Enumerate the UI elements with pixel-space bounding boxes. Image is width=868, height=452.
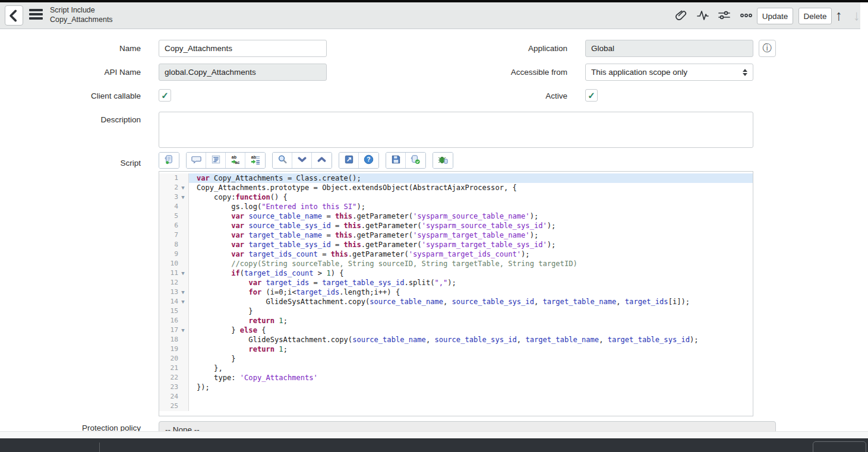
replace-button[interactable]: abac bbox=[226, 153, 245, 168]
code-line[interactable]: 19 return 1; bbox=[159, 344, 753, 354]
toggle-comment-icon bbox=[191, 154, 202, 167]
svg-text:?: ? bbox=[367, 156, 370, 163]
personalize-form-icon[interactable] bbox=[717, 8, 732, 24]
code-line[interactable]: 10 //copy(String sourceTable, String sou… bbox=[159, 259, 753, 268]
code-line[interactable]: 3▼ copy:function() { bbox=[159, 192, 753, 202]
application-label: Application bbox=[440, 44, 567, 53]
code-line[interactable]: 14▼ GlideSysAttachment.copy(source_table… bbox=[159, 297, 753, 306]
form-title: Script Include Copy_Attachments bbox=[50, 6, 113, 24]
code-line[interactable]: 7 var target_table_name = this.getParame… bbox=[159, 230, 753, 240]
toolbar-group bbox=[159, 152, 179, 169]
code-line[interactable]: 21 }, bbox=[159, 364, 753, 373]
update-button[interactable]: Update bbox=[757, 8, 793, 24]
validate-syntax-icon bbox=[410, 154, 421, 167]
code-text: //copy(String sourceTable, String source… bbox=[189, 259, 753, 268]
api-name-label: API Name bbox=[12, 68, 141, 77]
code-text: } bbox=[189, 306, 753, 316]
toggle-comment-button[interactable] bbox=[187, 153, 206, 168]
attachment-icon[interactable] bbox=[674, 8, 689, 24]
fold-spacer bbox=[178, 211, 188, 221]
code-text: var source_table_name = this.getParamete… bbox=[189, 211, 753, 221]
code-line[interactable]: 11▼ if(target_ids_count > 1) { bbox=[159, 268, 753, 278]
find-next-icon bbox=[296, 154, 308, 167]
find-previous-button[interactable] bbox=[312, 153, 332, 168]
fold-arrow-icon[interactable]: ▼ bbox=[178, 325, 188, 335]
bottom-strip bbox=[0, 431, 868, 438]
line-number: 7 bbox=[159, 230, 178, 240]
active-checkbox[interactable]: ✓ bbox=[585, 89, 598, 102]
delete-button[interactable]: Delete bbox=[798, 8, 832, 24]
line-number: 9 bbox=[159, 249, 178, 259]
code-line[interactable]: 17▼ } else { bbox=[159, 325, 753, 335]
code-line[interactable]: 8 var target_table_sys_id = this.getPara… bbox=[159, 240, 753, 249]
accessible-from-select[interactable]: This application scope only bbox=[585, 64, 753, 81]
line-number: 17 bbox=[159, 325, 178, 335]
code-text: copy:function() { bbox=[189, 192, 753, 202]
help-button[interactable]: ? bbox=[359, 153, 378, 168]
fold-arrow-icon[interactable]: ▼ bbox=[178, 297, 188, 306]
fold-arrow-icon[interactable]: ▼ bbox=[178, 183, 188, 192]
more-options-icon[interactable] bbox=[738, 8, 754, 24]
form-context-menu-icon[interactable] bbox=[29, 9, 43, 22]
application-field: Global bbox=[585, 40, 753, 57]
save-button[interactable] bbox=[386, 153, 406, 168]
description-textarea[interactable] bbox=[159, 112, 753, 148]
toolbar-group: ? bbox=[339, 152, 379, 169]
form-header: Script Include Copy_Attachments Update D… bbox=[0, 2, 860, 29]
code-text: }, bbox=[189, 364, 753, 373]
gutter-cell: 18 bbox=[159, 335, 189, 344]
client-callable-checkbox[interactable]: ✓ bbox=[159, 89, 171, 102]
script-code-editor[interactable]: 1var Copy_Attachments = Class.create();2… bbox=[159, 171, 753, 416]
code-line[interactable]: 24 bbox=[159, 392, 753, 402]
replace-all-button[interactable]: ab bbox=[245, 153, 265, 168]
code-line[interactable]: 1var Copy_Attachments = Class.create(); bbox=[159, 173, 753, 183]
validate-syntax-button[interactable] bbox=[406, 153, 425, 168]
code-line[interactable]: 2▼Copy_Attachments.prototype = Object.ex… bbox=[159, 183, 753, 192]
gutter-cell: 16 bbox=[159, 316, 189, 325]
code-line[interactable]: 13▼ for (i=0;i<target_ids.length;i++) { bbox=[159, 287, 753, 297]
footer-corner-button[interactable] bbox=[813, 441, 866, 452]
fold-arrow-icon[interactable]: ▼ bbox=[178, 268, 188, 278]
scroll-up-arrow[interactable]: ↑ bbox=[835, 4, 842, 27]
format-code-button[interactable] bbox=[206, 153, 226, 168]
script-macros-button[interactable] bbox=[159, 153, 179, 168]
code-text: GlideSysAttachment.copy(source_table_nam… bbox=[189, 335, 753, 344]
open-in-new-window-button[interactable] bbox=[339, 153, 359, 168]
fold-arrow-icon[interactable]: ▼ bbox=[178, 287, 188, 297]
fold-spacer bbox=[178, 354, 188, 364]
code-line[interactable]: 12 var target_ids = target_table_sys_id.… bbox=[159, 278, 753, 287]
fold-spacer bbox=[178, 316, 188, 325]
code-line[interactable]: 15 } bbox=[159, 306, 753, 316]
code-line[interactable]: 20 } bbox=[159, 354, 753, 364]
code-text: var target_ids = target_table_sys_id.spl… bbox=[189, 278, 753, 287]
scroll-down-arrow[interactable]: ↓ bbox=[853, 4, 860, 27]
name-label: Name bbox=[12, 44, 141, 53]
fold-spacer bbox=[178, 344, 188, 354]
code-line[interactable]: 9 var target_ids_count = this.getParamet… bbox=[159, 249, 753, 259]
fold-spacer bbox=[178, 221, 188, 230]
code-line[interactable]: 5 var source_table_name = this.getParame… bbox=[159, 211, 753, 221]
gutter-cell: 3▼ bbox=[159, 192, 189, 202]
gutter-cell: 13▼ bbox=[159, 287, 189, 297]
code-line[interactable]: 22 type: 'Copy_Attachments' bbox=[159, 373, 753, 383]
find-next-button[interactable] bbox=[292, 153, 312, 168]
fold-arrow-icon[interactable]: ▼ bbox=[178, 192, 188, 202]
debug-button[interactable] bbox=[433, 153, 453, 168]
code-text: gs.log("Entered into this SI"); bbox=[189, 202, 753, 211]
svg-text:ac: ac bbox=[235, 160, 239, 165]
activity-stream-icon[interactable] bbox=[695, 8, 711, 24]
code-line[interactable]: 6 var source_table_sys_id = this.getPara… bbox=[159, 221, 753, 230]
code-line[interactable]: 25 bbox=[159, 402, 753, 411]
line-number: 8 bbox=[159, 240, 178, 249]
line-number: 6 bbox=[159, 221, 178, 230]
code-line[interactable]: 4 gs.log("Entered into this SI"); bbox=[159, 202, 753, 211]
name-input[interactable] bbox=[159, 40, 327, 57]
code-line[interactable]: 16 return 1; bbox=[159, 316, 753, 325]
application-info-button[interactable]: ⓘ bbox=[759, 40, 776, 57]
gutter-cell: 24 bbox=[159, 392, 189, 402]
fold-spacer bbox=[178, 402, 188, 411]
code-line[interactable]: 23}); bbox=[159, 383, 753, 392]
search-button[interactable] bbox=[273, 153, 292, 168]
back-button[interactable] bbox=[5, 5, 23, 26]
code-line[interactable]: 18 GlideSysAttachment.copy(source_table_… bbox=[159, 335, 753, 344]
